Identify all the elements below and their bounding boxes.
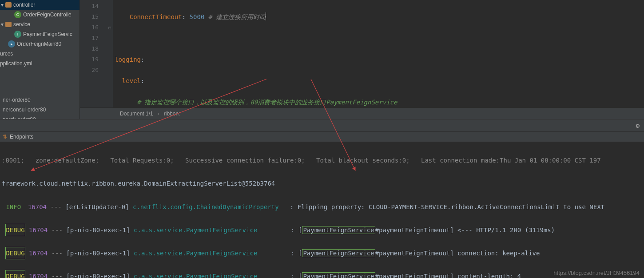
tree-file-yml[interactable]: pplication.yml bbox=[0, 59, 80, 68]
editor-breadcrumb[interactable]: Document 1/1 › ribbon: bbox=[80, 107, 644, 119]
interface-icon: I bbox=[14, 31, 21, 38]
yaml-comment: # 建立连接所用时间 bbox=[204, 13, 265, 20]
tree-folder-controller[interactable]: ▾ controller bbox=[0, 0, 80, 10]
tree-label: OrderFeignControlle bbox=[23, 12, 72, 18]
folder-icon bbox=[5, 22, 12, 27]
log-level-debug: DEBUG bbox=[5, 247, 25, 259]
fold-handle-icon[interactable]: ⊟ bbox=[107, 22, 113, 33]
yaml-key: logging bbox=[115, 56, 141, 63]
tree-module[interactable]: nerconsul-order80 bbox=[0, 105, 80, 115]
tree-label: urces bbox=[0, 51, 13, 57]
text-caret bbox=[266, 12, 266, 20]
log-level-debug: DEBUG bbox=[5, 270, 25, 278]
tree-label: service bbox=[13, 21, 30, 28]
tree-folder-resources[interactable]: urces bbox=[0, 49, 80, 59]
yaml-key: ConnectTimeout bbox=[130, 13, 182, 20]
code-editor[interactable]: 141516 171819 20 ⊟ ConnectTimeout: 5000 … bbox=[80, 0, 644, 107]
tree-label: PaymentFeignServic bbox=[23, 31, 72, 37]
yaml-value: 5000 bbox=[190, 13, 205, 20]
chevron-down-icon: ▾ bbox=[1, 2, 5, 8]
logger-name: c.netflix.config.ChainedDynamicProperty bbox=[133, 203, 279, 210]
folder-icon bbox=[5, 2, 12, 8]
console-toolbar: ⚙ bbox=[0, 119, 644, 131]
tree-label: controller bbox=[13, 2, 35, 8]
log-row: DEBUG 16704 --- [p-nio-80-exec-1] c.a.s.… bbox=[2, 270, 642, 278]
code-content[interactable]: ConnectTimeout: 5000 # 建立连接所用时间 logging:… bbox=[113, 0, 644, 107]
log-level-info: INFO bbox=[5, 201, 24, 213]
tree-label: pplication.yml bbox=[0, 60, 32, 67]
project-tree[interactable]: ▾ controller C OrderFeignControlle ▾ ser… bbox=[0, 0, 80, 119]
editor-pane: 141516 171819 20 ⊟ ConnectTimeout: 5000 … bbox=[80, 0, 644, 119]
tree-file-controller-class[interactable]: C OrderFeignControlle bbox=[0, 10, 80, 20]
watermark: https://blog.csdn.net/JH39456194 bbox=[553, 270, 640, 276]
class-icon: C bbox=[14, 11, 21, 18]
ide-root: ▾ controller C OrderFeignControlle ▾ ser… bbox=[0, 0, 644, 278]
tree-file-main[interactable]: ▸ OrderFeignMain80 bbox=[0, 39, 80, 49]
tree-label: ner-order80 bbox=[3, 97, 31, 103]
tree-file-service-interface[interactable]: I PaymentFeignServic bbox=[0, 29, 80, 39]
yaml-comment: # 指定监控哪个接口，以及监控的级别，80消费者模块中的业务接口PaymentF… bbox=[137, 99, 398, 106]
breadcrumb-item[interactable]: Document 1/1 bbox=[120, 111, 153, 117]
log-row: DEBUG 16704 --- [p-nio-80-exec-1] c.a.s.… bbox=[2, 247, 642, 258]
line-number-gutter: 141516 171819 20 bbox=[80, 0, 107, 107]
endpoints-tab-bar[interactable]: ⇅ Endpoints bbox=[0, 131, 644, 142]
tree-module[interactable]: nerzk-order80 bbox=[0, 115, 80, 119]
log-level-debug: DEBUG bbox=[5, 224, 25, 236]
top-pane: ▾ controller C OrderFeignControlle ▾ ser… bbox=[0, 0, 644, 119]
tree-label: OrderFeignMain80 bbox=[17, 41, 61, 47]
log-row: DEBUG 16704 --- [p-nio-80-exec-1] c.a.s.… bbox=[2, 224, 642, 235]
endpoints-icon: ⇅ bbox=[3, 134, 7, 140]
breadcrumb-item[interactable]: ribbon: bbox=[164, 111, 180, 117]
fold-gutter: ⊟ bbox=[107, 0, 113, 107]
tree-module[interactable]: ner-order80 bbox=[0, 95, 80, 105]
gear-icon[interactable]: ⚙ bbox=[636, 122, 640, 129]
main-class-icon: ▸ bbox=[8, 40, 15, 48]
tree-folder-service[interactable]: ▾ service bbox=[0, 20, 80, 29]
yaml-key: level bbox=[122, 77, 141, 84]
endpoints-label: Endpoints bbox=[10, 134, 33, 140]
chevron-down-icon: ▾ bbox=[1, 21, 5, 28]
service-name-box: PaymentFeignService bbox=[302, 226, 375, 234]
console-output[interactable]: :8001; zone:defaultZone; Total Requests:… bbox=[0, 142, 644, 278]
tree-label: nerconsul-order80 bbox=[3, 107, 46, 113]
chevron-right-icon: › bbox=[158, 111, 159, 117]
